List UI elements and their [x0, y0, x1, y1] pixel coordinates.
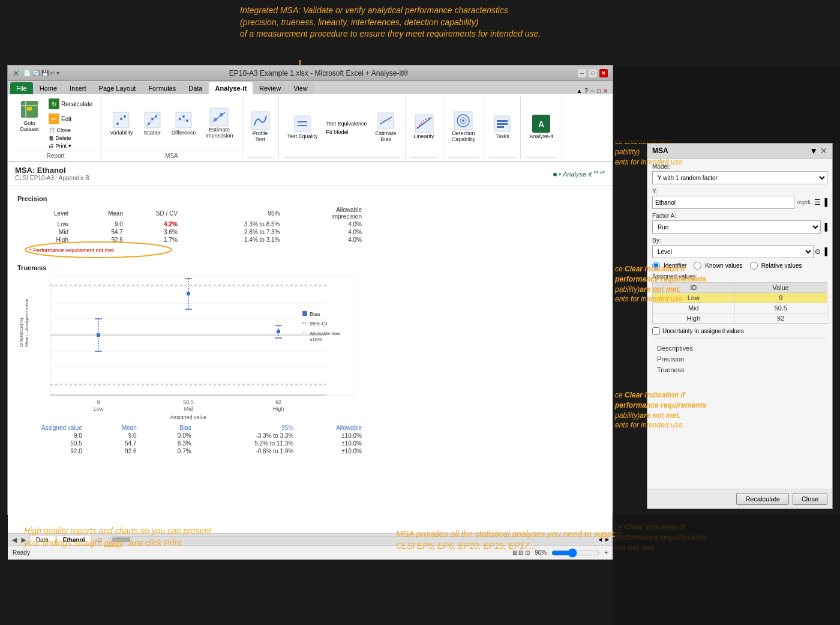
y-menu-button[interactable]: ☰ — [814, 198, 821, 207]
factor-a-label: Factor A: — [652, 213, 827, 219]
svg-text:±10%: ±10% — [310, 337, 322, 342]
tab-review[interactable]: Review — [253, 82, 287, 94]
radio-identifier-input[interactable] — [652, 262, 660, 270]
uncertainty-row: Uncertainty in assigned values — [652, 327, 827, 335]
sdcv-low: 4.2% — [127, 220, 181, 228]
y-axis-label: Difference(%)Mean - Assigned value — [19, 323, 29, 347]
trueness-chart-svg: 12% 8% 4% 0% -4% -8% -12% 9 Low 50.5 Mid — [50, 275, 356, 419]
variability-button[interactable]: Variability — [106, 109, 136, 137]
radio-relative[interactable]: Relative values — [750, 262, 802, 270]
tab-insert[interactable]: Insert — [64, 82, 92, 94]
detection-group-label — [448, 157, 479, 159]
radio-known[interactable]: Known values — [694, 262, 742, 270]
clone-button[interactable]: 📋 Clone — [46, 127, 96, 134]
analyse-it-button[interactable]: A Analyse-it — [526, 112, 557, 141]
scroll-right-button[interactable]: ► — [604, 536, 610, 543]
difference-button[interactable]: Difference — [168, 109, 200, 137]
analyse-it-brand: ■ ▪ Analyse-it v4.xx — [553, 169, 605, 178]
tab-view[interactable]: View — [287, 82, 314, 94]
recalculate-panel-button[interactable]: Recalculate — [736, 493, 788, 505]
msa-panel: MSA ▼ ✕ Model: Y with 1 random factor Y:… — [647, 143, 833, 509]
factor-a-select[interactable]: Run — [652, 220, 821, 234]
radio-identifier[interactable]: Identifier — [652, 262, 686, 270]
assigned-row-mid[interactable]: Mid 50.5 — [653, 303, 827, 313]
linearity-button[interactable]: Linearity — [410, 112, 438, 141]
factor-a-settings-button[interactable]: ▐ — [822, 223, 827, 231]
panel-header: MSA ▼ ✕ — [647, 143, 832, 159]
zoom-level: 90% — [535, 549, 547, 556]
model-label: Model: — [652, 163, 827, 170]
t-bias-3: 0.7% — [140, 447, 195, 455]
estimate-bias-button[interactable]: EstimateBias — [372, 109, 400, 144]
col-95: 95% — [181, 206, 284, 220]
view-buttons: ⊞ ⊟ ⊡ — [512, 549, 530, 556]
profile-test-button[interactable]: ProfileTest — [247, 109, 274, 144]
radio-relative-input[interactable] — [750, 262, 758, 270]
tasks-button[interactable]: Tasks — [489, 112, 515, 141]
tab-data[interactable]: Data — [182, 82, 208, 94]
y-settings-button[interactable]: ▐ — [822, 198, 827, 207]
svg-text:95% CI: 95% CI — [310, 321, 328, 327]
sheet-tab-data[interactable]: Data — [29, 535, 55, 545]
close-panel-button[interactable]: Close — [793, 493, 827, 505]
print-button[interactable]: 🖨 Print ▾ — [46, 142, 96, 149]
status-bar: Ready ⊞ ⊟ ⊡ 90% + — [8, 545, 613, 560]
assigned-row-high[interactable]: High 92 — [653, 313, 827, 324]
svg-rect-40 — [497, 123, 508, 125]
nav-item-descriptives[interactable]: Descriptives — [652, 343, 827, 354]
close-button[interactable]: ✕ — [599, 69, 608, 77]
sheet-prev-button[interactable]: ◄ — [10, 535, 19, 545]
scatter-button[interactable]: Scatter — [139, 109, 166, 137]
svg-point-37 — [462, 119, 464, 122]
estimate-imprecision-button[interactable]: EstimateImprecision — [202, 106, 236, 140]
recalculate-button[interactable]: ↻ Recalculate — [45, 97, 96, 111]
svg-rect-39 — [497, 120, 508, 122]
panel-close-button[interactable]: ✕ — [820, 146, 827, 155]
trueness-col-95: 95% — [195, 424, 298, 432]
svg-point-24 — [220, 113, 223, 116]
edit-button[interactable]: ✏ Edit — [45, 112, 96, 126]
sheet-next-button[interactable]: ► — [20, 535, 28, 545]
title-bar: ✕ 📄 🔄 💾 ↩ ▾ EP10-A3 Example 1.xlsx - Mic… — [8, 65, 613, 81]
panel-expand-icon[interactable]: ▼ — [809, 146, 818, 155]
model-select[interactable]: Y with 1 random factor — [652, 171, 827, 184]
by-select[interactable]: Level — [652, 245, 814, 258]
nav-item-precision[interactable]: Precision — [652, 354, 827, 364]
fit-model-button[interactable]: Fit Model — [324, 128, 370, 136]
tab-home[interactable]: Home — [34, 82, 63, 94]
table-row: Mid 54.7 3.6% 2.8% to 7.3% 4.0% — [17, 228, 365, 236]
sheet-tabs: ◄ ► Data Ethanol ☺ ◄ ► — [8, 533, 613, 545]
svg-text:50.5: 50.5 — [183, 399, 194, 405]
y-input[interactable] — [652, 196, 794, 209]
table-row: 92.0 92.6 0.7% -0.6% to 1.9% ±10.0% — [17, 447, 365, 455]
goto-dataset-button[interactable]: GotoDataset — [15, 97, 44, 134]
zoom-in-button[interactable]: + — [604, 549, 608, 556]
ribbon-group-test: Test Equality Test Equivalence Fit Model — [279, 97, 406, 159]
ribbon-group-linearity: Linearity — [406, 97, 443, 159]
nav-item-trueness[interactable]: Trueness — [652, 364, 827, 375]
tab-analyse-it[interactable]: Analyse-it — [209, 82, 253, 94]
test-equality-button[interactable]: Test Equality — [284, 112, 322, 141]
minimize-button[interactable]: ─ — [578, 69, 586, 77]
tab-page-layout[interactable]: Page Layout — [93, 82, 142, 94]
scroll-left-button[interactable]: ◄ — [597, 536, 603, 543]
test-equivalence-button[interactable]: Test Equivalence — [324, 120, 370, 127]
scatter-label: Scatter — [143, 130, 161, 136]
uncertainty-checkbox[interactable] — [652, 327, 660, 335]
by-icon-button[interactable]: ⊙ — [815, 247, 821, 256]
svg-rect-63 — [187, 292, 190, 295]
tab-formulas[interactable]: Formulas — [142, 82, 182, 94]
tab-file[interactable]: File — [10, 82, 33, 94]
delete-button[interactable]: 🗑 Delete — [46, 134, 96, 142]
radio-known-input[interactable] — [694, 262, 701, 270]
sheet-tab-ethanol[interactable]: Ethanol — [56, 535, 92, 545]
detection-capability-button[interactable]: DetectionCapability — [448, 109, 479, 144]
assigned-row-low[interactable]: Low 9 — [653, 293, 827, 303]
by-settings-button[interactable]: ▐ — [822, 247, 827, 256]
col-level: Level — [17, 206, 72, 220]
analyse-it-label: Analyse-it — [529, 133, 553, 139]
h-scrollbar[interactable] — [110, 536, 593, 543]
sheet-tab-plus[interactable]: ☺ — [93, 535, 107, 545]
zoom-slider[interactable] — [551, 549, 599, 557]
restore-button[interactable]: □ — [589, 69, 597, 77]
